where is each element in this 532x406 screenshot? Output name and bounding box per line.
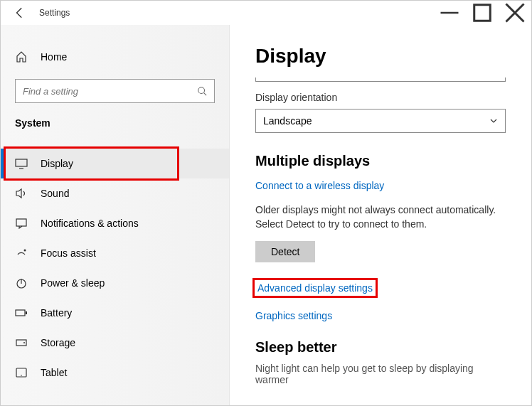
orientation-dropdown[interactable]: Landscape: [255, 109, 506, 133]
minimize-button[interactable]: [433, 2, 466, 23]
sidebar-item-label: Notifications & actions: [41, 218, 139, 229]
battery-icon: [15, 306, 28, 319]
sidebar-item-focus-assist[interactable]: Focus assist: [1, 238, 229, 268]
storage-icon: [15, 336, 28, 349]
page-title: Display: [255, 45, 506, 68]
home-icon: [15, 50, 28, 63]
sidebar-item-power-sleep[interactable]: Power & sleep: [1, 268, 229, 298]
chevron-down-icon: [489, 117, 498, 125]
sleep-better-title: Sleep better: [255, 339, 506, 356]
sound-icon: [15, 187, 28, 200]
svg-point-9: [23, 342, 25, 343]
maximize-button[interactable]: [466, 2, 499, 23]
highlight-advanced: Advanced display settings: [252, 278, 378, 298]
svg-point-1: [198, 87, 205, 94]
sidebar-item-storage[interactable]: Storage: [1, 328, 229, 358]
window-title: Settings: [39, 8, 70, 18]
sidebar-item-display[interactable]: Display: [1, 149, 229, 178]
orientation-value: Landscape: [263, 115, 312, 127]
search-field[interactable]: [23, 86, 197, 97]
sidebar-category: System: [1, 117, 229, 129]
main-panel: Display Display orientation Landscape Mu…: [230, 25, 531, 405]
back-icon[interactable]: [14, 6, 26, 19]
sidebar-item-label: Power & sleep: [41, 277, 105, 289]
search-input[interactable]: [15, 79, 215, 103]
sidebar-item-tablet[interactable]: Tablet: [1, 358, 229, 388]
svg-point-4: [24, 250, 26, 252]
graphics-settings-link[interactable]: Graphics settings: [255, 310, 332, 321]
sidebar-item-label: Display: [41, 158, 73, 169]
titlebar: Settings: [1, 1, 531, 25]
sidebar-item-label: Storage: [41, 337, 75, 348]
sidebar-item-label: Sound: [41, 188, 69, 199]
svg-rect-0: [474, 5, 491, 21]
orientation-label: Display orientation: [255, 92, 506, 103]
power-icon: [15, 277, 28, 289]
sidebar-item-sound[interactable]: Sound: [1, 178, 229, 208]
multiple-displays-title: Multiple displays: [255, 153, 506, 169]
notifications-icon: [15, 217, 28, 230]
svg-rect-3: [16, 219, 26, 226]
sidebar: Home System Display: [1, 25, 230, 405]
sidebar-item-label: Focus assist: [41, 247, 96, 259]
tablet-icon: [15, 366, 28, 379]
detect-button[interactable]: Detect: [255, 241, 315, 262]
svg-rect-6: [16, 310, 25, 316]
sleep-better-text: Night light can help you get to sleep by…: [255, 363, 506, 385]
sidebar-home[interactable]: Home: [1, 45, 229, 69]
sidebar-item-notifications[interactable]: Notifications & actions: [1, 208, 229, 238]
sidebar-item-label: Tablet: [41, 367, 67, 378]
svg-point-11: [21, 375, 22, 376]
sidebar-item-battery[interactable]: Battery: [1, 298, 229, 328]
svg-rect-7: [26, 311, 27, 314]
diagram-bracket: [255, 78, 506, 82]
sidebar-home-label: Home: [41, 51, 67, 63]
search-icon: [197, 86, 207, 96]
svg-rect-2: [16, 159, 27, 166]
close-button[interactable]: [499, 2, 531, 23]
sidebar-item-label: Battery: [41, 307, 72, 319]
focus-assist-icon: [15, 247, 28, 260]
display-icon: [15, 157, 28, 170]
advanced-display-settings-link[interactable]: Advanced display settings: [257, 282, 373, 294]
detect-help-text: Older displays might not always connect …: [255, 203, 506, 231]
wireless-display-link[interactable]: Connect to a wireless display: [255, 180, 384, 191]
